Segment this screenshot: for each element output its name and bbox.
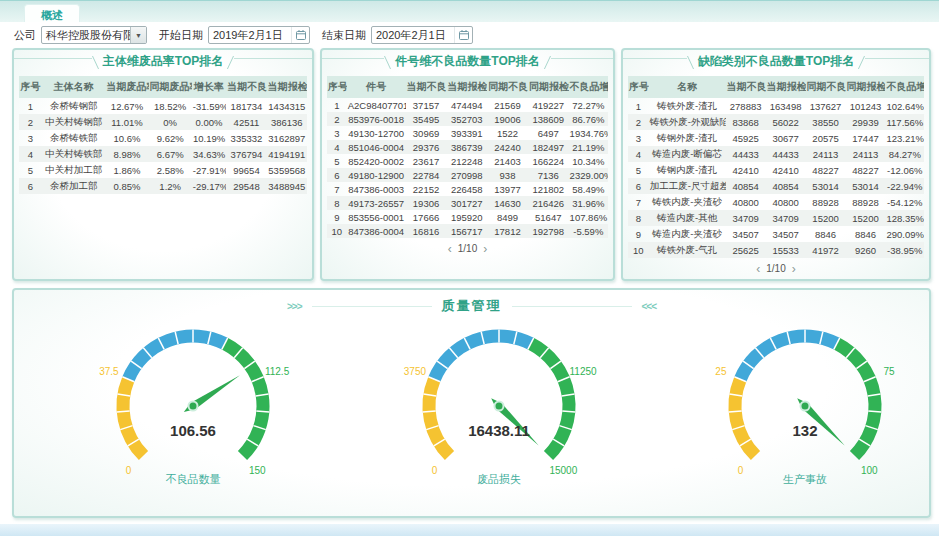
gauge-production-accidents: 0255075100132 生产事故: [700, 320, 910, 487]
table-cell: 3488945: [267, 178, 307, 194]
table-cell: 6.67%: [149, 146, 192, 162]
table-cell: 474494: [446, 98, 487, 112]
panel-title: 主体维废品率TOP排名: [93, 53, 233, 70]
calendar-icon[interactable]: [291, 27, 309, 43]
table-cell: 42511: [226, 114, 266, 130]
table-cell: 6: [19, 178, 42, 194]
table-cell: -38.95%: [885, 242, 924, 258]
table-row: 7847386-0003221522264581397712180258.49%: [327, 182, 608, 196]
pagination-next-icon[interactable]: ›: [792, 264, 796, 274]
start-date-input[interactable]: 2019年2月1日: [208, 26, 310, 44]
table-cell: 123.21%: [885, 130, 924, 146]
table-cell: 2329.00%: [569, 168, 608, 182]
table-cell: 21.19%: [569, 140, 608, 154]
table-row: 7铸铁内废-夹渣砂40800408008892888928-54.12%: [628, 194, 924, 210]
table-cell: 14630: [487, 196, 528, 210]
table-cell: 192798: [528, 224, 569, 238]
end-date-input[interactable]: 2020年2月1日: [371, 26, 473, 44]
gauge-chart: 037.575112.5150106.56: [88, 320, 298, 478]
table-cell: 352703: [446, 112, 487, 126]
table-cell: 34.63%: [192, 146, 227, 162]
section-title-banner: >>> 质量管理 <<<: [14, 294, 929, 318]
table-row: 6加工工废-尺寸超差40854408545301453014-22.94%: [628, 178, 924, 194]
table-cell: 10: [327, 224, 347, 238]
gauge-arc-segment: [837, 344, 875, 456]
column-header: 当期废品率: [105, 76, 148, 98]
calendar-icon[interactable]: [454, 27, 472, 43]
gauge-center-dot: [189, 402, 198, 411]
pagination-prev-icon[interactable]: ‹: [448, 244, 452, 254]
table-cell: 铸造内废-夹渣砂: [649, 226, 726, 242]
table-cell: 44433: [766, 146, 806, 162]
table-cell: 17812: [487, 224, 528, 238]
table-cell: 121802: [528, 182, 569, 196]
table-cell: 181734: [226, 98, 266, 114]
pagination-prev-icon[interactable]: ‹: [756, 264, 760, 274]
gauge-center-dot: [801, 402, 810, 411]
table-cell: 847386-0003: [347, 182, 406, 196]
table-cell: 45925: [726, 130, 766, 146]
column-header: 同期不良品数: [487, 76, 528, 98]
tab-overview[interactable]: 概述: [24, 4, 80, 23]
table-cell: 102.64%: [885, 98, 924, 114]
gauge-tick-label: 100: [861, 465, 878, 476]
table-row: 5852420-0002236172122482140316622410.34%: [327, 154, 608, 168]
end-date-value: 2020年2月1日: [372, 28, 454, 43]
table-cell: 84.27%: [885, 146, 924, 162]
company-label: 公司: [14, 28, 36, 43]
table-cell: 铸造内废-断偏芯: [649, 146, 726, 162]
table-cell: 301727: [446, 196, 487, 210]
column-header: 当期不良品数: [406, 76, 447, 98]
table-cell: 30969: [406, 126, 447, 140]
table-cell: 8499: [487, 210, 528, 224]
table-cell: 386739: [446, 140, 487, 154]
table-cell: 10.6%: [105, 130, 148, 146]
table-cell: 58.49%: [569, 182, 608, 196]
table-cell: 40800: [726, 194, 766, 210]
table-row: 2中关村铸钢部11.01%0%0.00%42511386136: [19, 114, 307, 130]
company-select-value: 科华控股股份有限: [42, 28, 130, 43]
panel-title-banner: 缺陷类别不良品数量TOP排名: [623, 50, 929, 74]
table-cell: 铸钢内废-渣孔: [649, 162, 726, 178]
table-cell: 8.98%: [105, 146, 148, 162]
ranking-table: 序号件号当期不良品数当期报检数同期不良品数同期报检数不良品增长率1A2C9840…: [327, 76, 608, 238]
table-row: 5铸钢内废-渣孔42410424104822748227-12.06%: [628, 162, 924, 178]
section-title: 质量管理: [442, 297, 502, 315]
table-cell: 22784: [406, 168, 447, 182]
gauge-value: 132: [792, 422, 817, 439]
table-cell: 21403: [487, 154, 528, 168]
table-cell: 铸铁内废-夹渣砂: [649, 194, 726, 210]
table-cell: 10: [628, 242, 649, 258]
table-cell: 86.76%: [569, 112, 608, 126]
table-cell: 9.62%: [149, 130, 192, 146]
table-cell: 8846: [806, 226, 846, 242]
gauge-tick-label: 150: [249, 465, 266, 476]
table-cell: 3162897: [267, 130, 307, 146]
table-cell: A2C98407701: [347, 98, 406, 112]
table-cell: 22152: [406, 182, 447, 196]
footer-bar: [0, 524, 939, 536]
tab-bar: 概述: [0, 0, 939, 22]
table-cell: 5: [19, 162, 42, 178]
table-cell: 117.56%: [885, 114, 924, 130]
table-cell: 48227: [846, 162, 886, 178]
table-cell: 393391: [446, 126, 487, 140]
table-cell: -27.91%: [192, 162, 227, 178]
table-cell: 2: [19, 114, 42, 130]
table-cell: 37157: [406, 98, 447, 112]
arrows-right-icon: >>>: [287, 301, 302, 312]
table-cell: 851046-0004: [347, 140, 406, 154]
table-cell: 4: [327, 140, 347, 154]
table-cell: 163498: [766, 98, 806, 114]
pagination-next-icon[interactable]: ›: [483, 244, 487, 254]
column-header: 当期不良品数: [726, 76, 766, 98]
table-cell: 34709: [766, 210, 806, 226]
table-cell: 42410: [726, 162, 766, 178]
column-header: 序号: [628, 76, 649, 98]
table-cell: 270998: [446, 168, 487, 182]
table-cell: 40854: [726, 178, 766, 194]
company-select[interactable]: 科华控股股份有限 ▼: [41, 26, 147, 44]
table-cell: 29376: [406, 140, 447, 154]
table-row: 2铸铁外废-外观缺陷83868560223855029939117.56%: [628, 114, 924, 130]
column-header: 同期报检数: [528, 76, 569, 98]
